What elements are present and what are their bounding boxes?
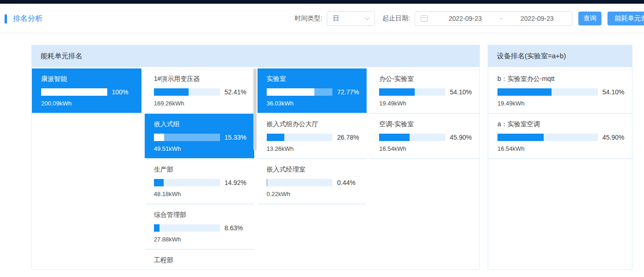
percent-value: 45.90%: [450, 134, 473, 141]
unit-name: 嵌入式组办公大厅: [267, 120, 361, 129]
unit-name: 康派智能: [41, 75, 135, 83]
device-ranking-cell[interactable]: a：实验室空调 45.90% 16.54kWh: [488, 114, 632, 159]
ranking-cell[interactable]: 生产部 14.92% 48.18kWh: [145, 159, 254, 204]
device-panel-title: 设备排名(实验室=a+b): [488, 45, 632, 67]
ranking-cell[interactable]: 1#演示用变压器 52.41% 169.26kWh: [145, 68, 254, 114]
energy-value: 200.09kWh: [41, 100, 135, 107]
bar-fill: [497, 134, 544, 141]
energy-value: 27.88kWh: [154, 236, 248, 243]
date-range-input[interactable]: 2022-09-23 - 2022-09-23: [415, 11, 572, 26]
bar-track: [267, 88, 333, 96]
ranking-cell[interactable]: 康派智能 100% 200.09kWh: [32, 68, 141, 114]
bar-fill: [379, 134, 410, 141]
bar-fill: [154, 88, 189, 96]
progress-bar: 26.78%: [267, 134, 361, 141]
title-accent-bar: [5, 14, 7, 24]
bar-track: [497, 134, 598, 141]
energy-value: 13.26kWh: [267, 145, 361, 152]
energy-value: 48.18kWh: [154, 191, 248, 197]
ranking-cell[interactable]: 空调-实验室 45.90% 16.54kWh: [370, 114, 479, 159]
progress-bar: 54.10%: [497, 88, 626, 96]
bar-track: [154, 179, 220, 186]
date-end-value[interactable]: 2022-09-23: [502, 15, 572, 22]
percent-value: 100%: [112, 88, 135, 96]
query-button[interactable]: 查询: [578, 12, 601, 25]
bar-fill: [154, 134, 164, 141]
bar-track: [154, 88, 220, 96]
energy-value: 19.49kWh: [497, 100, 626, 107]
percent-value: 52.41%: [225, 88, 248, 96]
progress-bar: 72.77%: [267, 88, 361, 96]
bar-fill: [154, 224, 159, 232]
progress-bar: 0.44%: [267, 179, 361, 186]
unit-name: 嵌入式经理室: [267, 166, 361, 174]
ranking-cell[interactable]: 嵌入式经理室 0.44% 0.22kWh: [258, 159, 367, 204]
percent-value: 45.90%: [602, 134, 626, 141]
unit-query-button[interactable]: 能耗单元查询: [607, 12, 644, 25]
bar-fill: [267, 134, 284, 141]
bar-fill: [41, 88, 107, 96]
bar-fill: [154, 179, 164, 186]
bar-track: [267, 179, 333, 186]
bar-fill: [267, 179, 267, 186]
unit-ranking-panel: 能耗单元排名 康派智能 100% 200.09kWh 1#演示用变压器: [31, 45, 480, 270]
progress-bar: 8.63%: [154, 224, 248, 232]
energy-value: 49.51kWh: [154, 145, 248, 152]
percent-value: 54.10%: [450, 88, 473, 96]
ranking-column-3: 实验室 72.77% 36.03kWh 嵌入式组办公大厅 26.78% 13.2…: [258, 67, 367, 269]
content-area: 能耗单元排名 康派智能 100% 200.09kWh 1#演示用变压器: [31, 45, 644, 270]
device-ranking-panel: 设备排名(实验室=a+b) b：实验室办公-mqtt 54.10% 19.49k…: [488, 45, 632, 270]
percent-value: 26.78%: [337, 134, 360, 141]
filter-controls: 时间类型: 日 起止日期: 2022-09-23 - 2022-09-23 查询…: [294, 11, 644, 26]
percent-value: 0.44%: [337, 179, 360, 186]
unit-name: 1#演示用变压器: [154, 75, 248, 83]
ranking-cell[interactable]: 综合管理部 8.63% 27.88kWh: [145, 204, 254, 250]
bar-track: [154, 224, 220, 232]
energy-value: 16.54kWh: [379, 145, 473, 152]
progress-bar: 45.90%: [497, 134, 626, 141]
unit-name: 综合管理部: [154, 211, 248, 219]
column-scrollbar[interactable]: [253, 68, 257, 150]
ranking-cell[interactable]: 工程部: [145, 250, 254, 269]
date-start-value[interactable]: 2022-09-23: [430, 15, 500, 22]
date-range-label: 起止日期:: [382, 14, 410, 23]
ranking-cell[interactable]: 嵌入式组办公大厅 26.78% 13.26kWh: [258, 114, 367, 159]
unit-panel-title: 能耗单元排名: [31, 45, 480, 67]
bar-track: [41, 88, 107, 96]
percent-value: 8.63%: [225, 224, 248, 232]
page-title: 排名分析: [13, 14, 43, 24]
energy-value: 0.22kWh: [267, 191, 361, 197]
progress-bar: 15.33%: [154, 134, 248, 141]
ranking-column-1: 康派智能 100% 200.09kWh: [32, 67, 141, 269]
page-title-block: 排名分析: [5, 14, 43, 24]
top-navigation-bar: [0, 0, 644, 4]
unit-panel-body: 康派智能 100% 200.09kWh 1#演示用变压器 52.41%: [31, 67, 480, 270]
progress-bar: 52.41%: [154, 88, 248, 96]
energy-value: 36.03kWh: [267, 100, 361, 107]
energy-value: 19.49kWh: [379, 100, 473, 107]
device-panel-body: b：实验室办公-mqtt 54.10% 19.49kWh a：实验室空调 45.…: [488, 67, 632, 270]
progress-bar: 14.92%: [154, 179, 248, 186]
bar-fill: [379, 88, 415, 96]
bar-track: [154, 134, 220, 141]
chevron-down-icon: [364, 15, 369, 20]
ranking-column-4: 办公-实验室 54.10% 19.49kWh 空调-实验室 45.90% 16.…: [370, 67, 479, 269]
bar-track: [497, 88, 598, 96]
energy-value: 169.26kWh: [154, 100, 248, 107]
unit-name: 生产部: [154, 166, 248, 174]
time-type-label: 时间类型:: [294, 14, 322, 23]
progress-bar: 45.90%: [379, 134, 473, 141]
ranking-cell[interactable]: 实验室 72.77% 36.03kWh: [258, 68, 367, 114]
time-type-value: 日: [333, 14, 339, 23]
time-type-select[interactable]: 日: [327, 11, 375, 26]
ranking-cell[interactable]: 嵌入式组 15.33% 49.51kWh: [145, 114, 254, 159]
unit-name: 实验室: [267, 75, 361, 83]
unit-name: 空调-实验室: [379, 120, 473, 129]
ranking-column-2: 1#演示用变压器 52.41% 169.26kWh 嵌入式组 15.33% 49…: [145, 67, 254, 269]
progress-bar: 100%: [41, 88, 135, 96]
bar-fill: [497, 88, 552, 96]
bar-track: [267, 134, 333, 141]
device-ranking-cell[interactable]: b：实验室办公-mqtt 54.10% 19.49kWh: [488, 68, 632, 114]
percent-value: 54.10%: [602, 88, 626, 96]
ranking-cell[interactable]: 办公-实验室 54.10% 19.49kWh: [370, 68, 479, 114]
